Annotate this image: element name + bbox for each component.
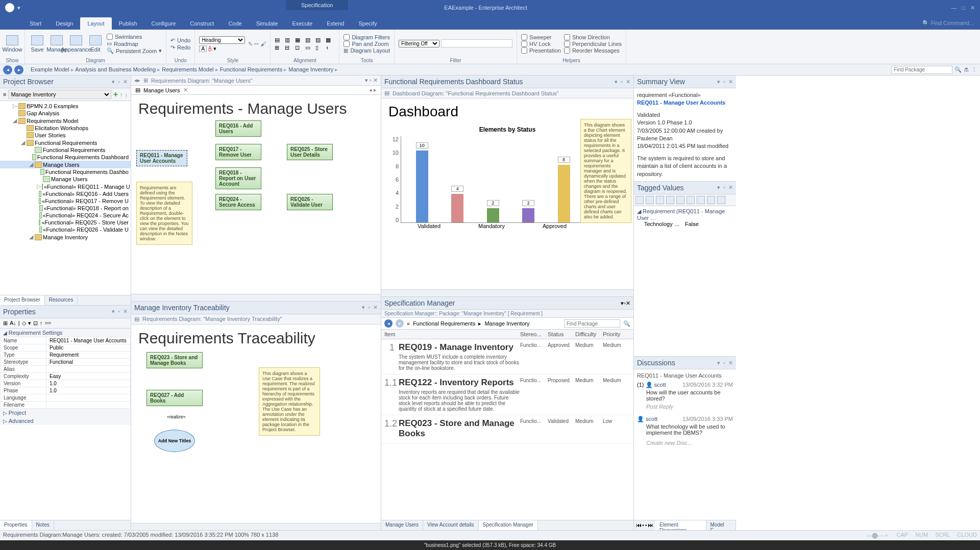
search-icon[interactable]: 🔍	[954, 66, 962, 73]
find-command[interactable]: 🔍 Find Command...	[916, 17, 980, 30]
req027-element[interactable]: REQ027 - Add Books	[146, 390, 203, 406]
tree-node[interactable]: Manage Users	[0, 176, 131, 183]
undo-button[interactable]: ↶ Undo	[170, 37, 190, 44]
project-tree[interactable]: ▷BPMN 2.0 ExamplesGap Analysis◢Requireme…	[0, 101, 131, 295]
tree-node[interactable]: ▷BPMN 2.0 Examples	[0, 102, 131, 110]
props-project[interactable]: ▷ Project	[0, 409, 131, 417]
tree-node[interactable]: ◢Functional Requirements	[0, 139, 131, 146]
spec-search-input[interactable]	[564, 319, 620, 328]
props-advanced[interactable]: ▷ Advanced	[0, 417, 131, 425]
req024-element[interactable]: REQ024 - Secure Access	[215, 194, 261, 210]
style-select[interactable]: Heading	[199, 36, 245, 44]
spec-row[interactable]: 1REQ019 - Manage InventoryThe system MUS…	[381, 339, 633, 374]
tree-node[interactable]: «Functional» REQ026 - Validate U	[0, 226, 131, 233]
req011-element[interactable]: REQ011 - Manage User Accounts	[136, 150, 187, 166]
menu-tab-simulate[interactable]: Simulate	[249, 17, 285, 30]
req018-element[interactable]: REQ018 - Report on User Account	[215, 167, 261, 189]
tree-node[interactable]: Elicitation Workshops	[0, 124, 131, 132]
tagged-toolbar[interactable]	[634, 194, 736, 206]
reorder-check[interactable]: Reorder Messages	[564, 47, 622, 54]
menu-tab-specify[interactable]: Specify	[351, 17, 384, 30]
pan-zoom-button[interactable]: Pan and Zoom	[344, 41, 390, 47]
spec-fwd-icon[interactable]: ▸	[396, 319, 404, 328]
showdir-check[interactable]: Show Direction	[564, 34, 622, 40]
redo-button[interactable]: ↷ Redo	[170, 44, 190, 51]
window-button[interactable]: Window	[4, 33, 20, 55]
tab[interactable]: Notes	[32, 520, 54, 530]
tree-node[interactable]: «Functional» REQ017 - Remove U	[0, 197, 131, 205]
menu-tab-execute[interactable]: Execute	[285, 17, 320, 30]
edit-button[interactable]: Edit	[87, 33, 104, 55]
menu-tab-start[interactable]: Start	[22, 17, 48, 30]
req016-element[interactable]: REQ016 - Add Users	[215, 120, 261, 137]
tree-node[interactable]: «Functional» REQ018 - Report on	[0, 205, 131, 212]
filter-select[interactable]: Filtering Off	[399, 40, 439, 47]
usecase-element[interactable]: Add New Titles	[154, 430, 195, 452]
nav-back-icon[interactable]: ◂	[3, 65, 12, 74]
create-discussion[interactable]: Create new Disc…	[646, 438, 733, 448]
save-button[interactable]: Save	[29, 33, 45, 55]
menu-tab-layout[interactable]: Layout	[80, 17, 111, 30]
tree-node[interactable]: ◢Manage Inventory	[0, 233, 131, 241]
spec-row[interactable]: 1.1REQ122 - Inventory ReportsInventory r…	[381, 374, 633, 415]
req023-element[interactable]: REQ023 - Store and Manage Books	[146, 352, 203, 368]
tab[interactable]: Specification Manager	[479, 520, 538, 530]
appearance-button[interactable]: Appearance	[68, 33, 84, 55]
spec-crumb[interactable]: Functional Requirements	[413, 320, 475, 327]
breadcrumb-item[interactable]: Example Model	[31, 66, 69, 72]
tagged-section[interactable]: ◢ Requirement (REQ011 - Manage User …	[637, 208, 733, 221]
menu-tab-construct[interactable]: Construct	[183, 17, 221, 30]
req026-element[interactable]: REQ026 - Validate User	[287, 194, 333, 210]
tree-node[interactable]: Functional Requirements Dashboard	[0, 154, 131, 161]
contextual-tab[interactable]: Specification	[286, 0, 348, 10]
diagram-filters-button[interactable]: Diagram Filters	[344, 34, 390, 40]
nav-fwd-icon[interactable]: ▸	[14, 65, 23, 74]
breadcrumb-item[interactable]: Requirements Model	[162, 66, 214, 72]
tree-node[interactable]: ◢Requirements Model	[0, 117, 131, 124]
breadcrumb-item[interactable]: Manage Inventory	[288, 66, 333, 72]
menu-tab-configure[interactable]: Configure	[144, 17, 183, 30]
spec-row[interactable]: 1.2REQ023 - Store and Manage BooksFuncti…	[381, 415, 633, 444]
diagram-tab[interactable]: Manage Users	[143, 87, 180, 93]
tab[interactable]: Manage Users	[381, 520, 423, 530]
tree-node[interactable]: Functional Requirements	[0, 146, 131, 154]
roadmap-button[interactable]: ▭ Roadmap	[107, 40, 162, 47]
filter-input[interactable]	[441, 39, 512, 47]
sweeper-check[interactable]: Sweeper	[521, 34, 561, 40]
tree-node[interactable]: ◢Manage Users	[0, 161, 131, 168]
tab-close-icon[interactable]: ✕	[183, 87, 188, 93]
diagram-layout-button[interactable]: ⊞ Diagram Layout	[344, 47, 390, 54]
spec-back-icon[interactable]: ◂	[384, 319, 393, 328]
summary-link[interactable]: REQ011 - Manage User Accounts	[637, 99, 733, 107]
tree-node[interactable]: «Functional» REQ016 - Add Users	[0, 190, 131, 197]
presentation-check[interactable]: Presentation	[521, 47, 561, 54]
spec-crumb[interactable]: Manage Inventory	[484, 320, 529, 327]
find-package-input[interactable]	[891, 66, 952, 74]
menu-tab-design[interactable]: Design	[48, 17, 80, 30]
swimlanes-button[interactable]: Swimlanes	[107, 34, 162, 40]
breadcrumb-item[interactable]: Functional Requirements	[220, 66, 282, 72]
browser-combo[interactable]: Manage Inventory	[8, 90, 111, 99]
hvlock-check[interactable]: HV Lock	[521, 41, 561, 47]
breadcrumb-item[interactable]: Analysis and Business Modeling	[75, 66, 156, 72]
zoom-button[interactable]: 🔍 Persistent Zoom ▾	[107, 47, 162, 54]
req025-element[interactable]: REQ025 - Store User Details	[287, 144, 333, 160]
tab[interactable]: Project Browser	[0, 295, 45, 305]
tree-node[interactable]: «Functional» REQ024 - Secure Ac	[0, 212, 131, 219]
close-icon[interactable]: ✕	[123, 79, 128, 85]
tree-node[interactable]: Functional Requirements Dashbo	[0, 168, 131, 176]
menu-tab-publish[interactable]: Publish	[112, 17, 144, 30]
tab[interactable]: Properties	[0, 520, 32, 530]
tree-node[interactable]: ▷«Functional» REQ011 - Manage U	[0, 183, 131, 190]
window-controls[interactable]: ―□✕	[951, 5, 975, 11]
filter-icon[interactable]: ⫚	[964, 67, 969, 73]
props-section[interactable]: ◢ Requirement Settings	[0, 329, 131, 337]
tree-node[interactable]: «Functional» REQ025 - Store User	[0, 219, 131, 226]
tree-node[interactable]: User Stories	[0, 132, 131, 139]
tab[interactable]: Resources	[45, 295, 78, 305]
menu-tab-code[interactable]: Code	[221, 17, 249, 30]
menu-tab-extend[interactable]: Extend	[320, 17, 351, 30]
tab[interactable]: View Account details	[423, 520, 479, 530]
req017-element[interactable]: REQ017 - Remove User	[215, 144, 261, 160]
tree-node[interactable]: Gap Analysis	[0, 110, 131, 117]
